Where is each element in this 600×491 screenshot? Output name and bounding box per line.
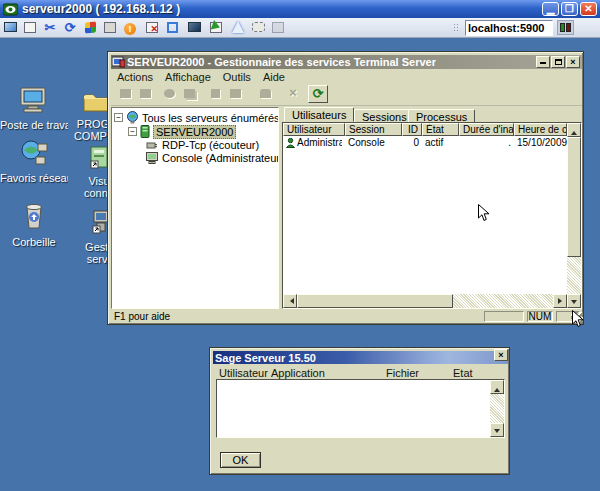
red-bar xyxy=(566,23,571,32)
tab-processus[interactable]: Processus xyxy=(408,109,475,122)
status-button[interactable] xyxy=(225,85,245,103)
v-scroll-down-button[interactable] xyxy=(490,423,504,437)
ctrl-alt-del-icon[interactable] xyxy=(82,20,98,36)
sage-titlebar[interactable]: Sage Serveur 15.50 xyxy=(213,351,508,364)
desktop-icon-favoris-reseau[interactable]: Favoris réseau xyxy=(0,139,68,184)
tree-row-console[interactable]: Console (Administrateur) xyxy=(146,151,278,164)
tree-row-rdp-tcp[interactable]: RDP-Tcp (écouteur) xyxy=(146,138,278,151)
tree-row-server[interactable]: − SERVEUR2000 xyxy=(128,125,278,138)
connect-button[interactable] xyxy=(115,85,135,103)
screen-icon[interactable] xyxy=(186,20,202,36)
close-icon: × xyxy=(570,57,575,67)
status-icon xyxy=(230,89,241,98)
pause-icon[interactable]: ! xyxy=(122,20,138,36)
vnc-minimize-button[interactable]: ▁ xyxy=(542,2,559,16)
select-region-icon[interactable] xyxy=(250,20,266,36)
sage-col-application: Application xyxy=(271,367,325,379)
rdp-listener-icon xyxy=(146,140,159,150)
network-places-icon xyxy=(18,139,50,167)
ok-button[interactable]: OK xyxy=(220,452,261,468)
menu-actions[interactable]: Actions xyxy=(111,71,159,83)
sage-session-list[interactable] xyxy=(216,379,505,438)
cell-etat: actif xyxy=(422,137,459,148)
collapse-toggle[interactable]: − xyxy=(114,113,123,122)
desktop-icon-label: Poste de travail xyxy=(0,119,68,131)
logoff-button[interactable] xyxy=(255,85,275,103)
green-bar xyxy=(560,23,565,32)
v-scroll-up-button[interactable] xyxy=(567,123,581,137)
ts-maximize-button[interactable] xyxy=(551,56,565,68)
v-scroll-up-button[interactable] xyxy=(490,380,504,394)
menu-affichage[interactable]: Affichage xyxy=(159,71,217,83)
sage-close-button[interactable]: × xyxy=(494,349,508,361)
h-scroll-right-button[interactable] xyxy=(553,294,567,308)
connect-icon xyxy=(120,89,131,98)
header-duree[interactable]: Durée d'ina... xyxy=(459,123,514,136)
disconnect-button[interactable] xyxy=(135,85,155,103)
cell-duree: . xyxy=(459,137,514,148)
header-id[interactable]: ID xyxy=(402,123,422,136)
vnc-titlebar[interactable]: serveur2000 ( 192.168.1.12 ) ▁ ❒ ✕ xyxy=(0,0,600,18)
h-scroll-thumb[interactable] xyxy=(297,294,453,308)
file-transfer-icon[interactable] xyxy=(208,20,224,36)
send-message-icon xyxy=(164,89,175,98)
disconnect-icon xyxy=(140,89,151,98)
header-session[interactable]: Session xyxy=(345,123,402,136)
tree-row-root[interactable]: − Tous les serveurs énumérés xyxy=(114,111,278,124)
cell-utilisateur: Administrateur xyxy=(283,137,345,148)
tree-rdp-label[interactable]: RDP-Tcp (écouteur) xyxy=(162,139,259,151)
vnc-close-button[interactable]: ✕ xyxy=(580,2,597,16)
save-session-icon[interactable] xyxy=(22,20,38,36)
minimize-icon xyxy=(540,62,546,64)
desktop-icon-label: Corbeille xyxy=(0,236,68,248)
traffic-indicator-icon xyxy=(557,20,574,35)
menu-outils[interactable]: Outils xyxy=(217,71,257,83)
tab-sessions[interactable]: Sessions xyxy=(354,109,415,122)
windows-session-icon[interactable] xyxy=(270,20,286,36)
refresh-icon[interactable]: ⟳ xyxy=(62,20,78,36)
tab-utilisateurs[interactable]: Utilisateurs xyxy=(284,107,354,122)
v-scroll-down-button[interactable] xyxy=(567,294,581,308)
user-icon xyxy=(286,138,295,148)
ts-statusbar: F1 pour aide NUM xyxy=(111,310,582,323)
refresh-button[interactable]: ⟳ xyxy=(308,85,328,103)
new-connection-icon[interactable] xyxy=(2,20,18,36)
my-computer-icon xyxy=(18,86,50,114)
header-etat[interactable]: État xyxy=(422,123,459,136)
delete-button[interactable]: × xyxy=(283,85,303,103)
collapse-toggle[interactable]: − xyxy=(128,127,137,136)
header-utilisateur[interactable]: Utilisateur xyxy=(283,123,345,136)
ts-toolbar: × ⟳ xyxy=(111,84,582,106)
ts-window-title: SERVEUR2000 - Gestionnaire des services … xyxy=(127,56,436,68)
keyboard-icon[interactable] xyxy=(102,20,118,36)
v-scroll-thumb[interactable] xyxy=(567,137,581,257)
h-scroll-left-button[interactable] xyxy=(283,294,297,308)
ts-titlebar[interactable]: SERVEUR2000 - Gestionnaire des services … xyxy=(111,55,582,69)
cell-id: 0 xyxy=(402,137,422,148)
tree-server-label[interactable]: SERVEUR2000 xyxy=(153,125,236,139)
tree-console-label[interactable]: Console (Administrateur) xyxy=(162,152,279,164)
header-heure[interactable]: Heure de con... xyxy=(514,123,567,136)
cell-session: Console xyxy=(345,137,402,148)
fullscreen-icon[interactable] xyxy=(164,20,180,36)
vnc-maximize-button[interactable]: ❒ xyxy=(561,2,578,16)
toolbar-grip[interactable] xyxy=(453,23,459,33)
arrow-down-icon xyxy=(494,429,500,436)
new-viewer-icon[interactable] xyxy=(230,20,246,36)
reset-button[interactable] xyxy=(205,85,225,103)
server-icon xyxy=(140,125,150,138)
vnc-address-input[interactable] xyxy=(465,20,553,36)
tree-root-label[interactable]: Tous les serveurs énumérés xyxy=(142,112,279,124)
send-message-button[interactable] xyxy=(159,85,179,103)
desktop-icon-corbeille[interactable]: Corbeille xyxy=(0,201,68,248)
close-connection-icon[interactable]: ✕ xyxy=(144,20,160,36)
ts-minimize-button[interactable] xyxy=(536,56,550,68)
remote-control-button[interactable] xyxy=(179,85,199,103)
ts-close-button[interactable]: × xyxy=(566,56,580,68)
desktop-icon-poste-de-travail[interactable]: Poste de travail xyxy=(0,86,68,131)
menu-aide[interactable]: Aide xyxy=(257,71,291,83)
table-row[interactable]: Administrateur Console 0 actif . 15/10/2… xyxy=(283,136,567,149)
configuration-icon[interactable]: ✂ xyxy=(42,20,58,36)
tab-label: Utilisateurs xyxy=(292,109,346,121)
arrow-left-icon xyxy=(287,298,294,304)
